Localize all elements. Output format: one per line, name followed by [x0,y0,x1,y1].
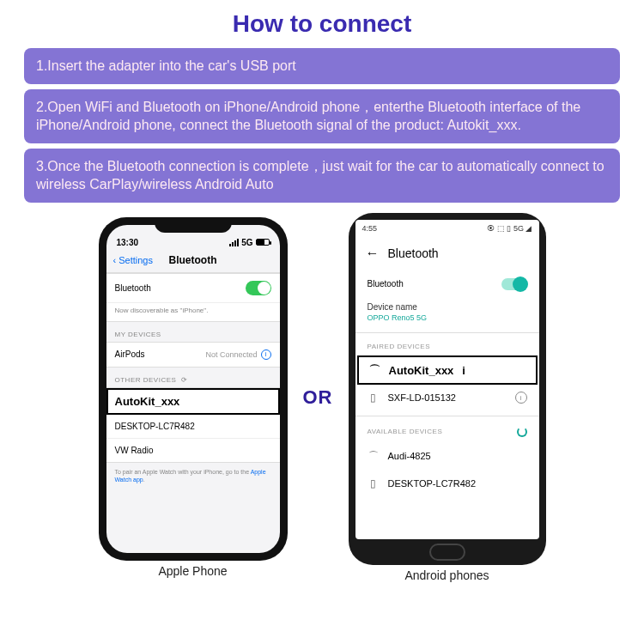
headset-icon: ⌒ [368,449,380,464]
iphone-screen: 13:30 5G ‹ Settings Bluetooth Bluetooth [106,225,280,553]
info-icon[interactable]: i [515,392,527,404]
nav-title: Bluetooth [169,254,217,266]
device-label: SXF-LD-015132 [388,392,457,403]
or-label: OR [303,386,333,409]
page-title: How to connect [24,10,620,38]
android-navbar: ← Bluetooth [355,237,539,270]
desktop-row[interactable]: ▯ DESKTOP-LC7R482 [355,471,539,496]
pair-note: To pair an Apple Watch with your iPhone,… [106,463,280,489]
back-link[interactable]: ‹ Settings [113,255,153,265]
bluetooth-toggle-row[interactable]: Bluetooth [106,274,280,303]
iphone-frame: 13:30 5G ‹ Settings Bluetooth Bluetooth [99,217,288,561]
toggle-on-icon[interactable] [246,281,271,295]
audi-row[interactable]: ⌒ Audi-4825 [355,442,539,471]
info-icon[interactable]: i [462,364,465,377]
bluetooth-toggle-section: Bluetooth Now discoverable as "iPhone". [106,273,280,322]
autokit-row[interactable]: AutoKit_xxx [106,388,280,415]
device-label: DESKTOP-LC7R482 [388,478,477,489]
device-name-value: OPPO Reno5 5G [368,313,527,322]
home-button[interactable] [429,544,465,561]
iphone-column: 13:30 5G ‹ Settings Bluetooth Bluetooth [99,217,288,578]
paired-devices-header: PAIRED DEVICES [355,332,539,355]
android-time: 4:55 [362,224,378,233]
iphone-navbar: ‹ Settings Bluetooth [106,249,280,273]
device-name-row[interactable]: Device name OPPO Reno5 5G [355,299,539,332]
network-label: 5G [241,238,252,247]
nav-title: Bluetooth [388,246,439,260]
iphone-caption: Apple Phone [158,564,227,578]
my-devices-header: MY DEVICES [106,322,280,342]
iphone-notch [155,217,232,233]
not-connected-label: Not Connected [205,350,257,359]
device-label: Audi-4825 [388,451,431,461]
bluetooth-label: Bluetooth [115,283,151,293]
status-icons: ⦿ ⬚ ▯ 5G ◢ [487,224,532,233]
device-label: AirPods [115,349,145,359]
phone-icon: ▯ [368,477,380,489]
device-name-label: Device name [368,302,527,312]
autokit-row[interactable]: ⌒ AutoKit_xxx i [357,355,538,385]
android-column: 4:55 ⦿ ⬚ ▯ 5G ◢ ← Bluetooth Bluetooth De… [349,213,546,582]
phone-icon: ▯ [368,392,380,404]
phones-row: 13:30 5G ‹ Settings Bluetooth Bluetooth [24,213,620,582]
airpods-row[interactable]: AirPods Not Connected i [106,343,280,367]
device-label: AutoKit_xxx [115,395,180,408]
android-screen: 4:55 ⦿ ⬚ ▯ 5G ◢ ← Bluetooth Bluetooth De… [355,220,539,539]
iphone-time: 13:30 [117,238,139,247]
device-label: DESKTOP-LC7R482 [115,422,195,431]
device-label: AutoKit_xxx [389,364,454,377]
bluetooth-toggle-row[interactable]: Bluetooth [355,270,539,299]
spinner-icon [517,427,527,437]
desktop-row[interactable]: DESKTOP-LC7R482 [106,415,280,439]
android-statusbar: 4:55 ⦿ ⬚ ▯ 5G ◢ [355,220,539,237]
discoverable-text: Now discoverable as "iPhone". [106,303,280,321]
step-card-2: 2.Open WiFi and Bluetooth on iPhone/Andr… [24,89,620,143]
headset-icon: ⌒ [369,362,380,378]
signal-icon [229,239,239,246]
back-arrow-icon[interactable]: ← [366,246,380,261]
device-label: VW Radio [115,446,154,455]
step-card-1: 1.Insert the adapter into the car's USB … [24,48,620,84]
battery-icon [256,239,270,246]
vwradio-row[interactable]: VW Radio [106,439,280,462]
info-icon[interactable]: i [261,349,271,360]
available-devices-header: AVAILABLE DEVICES [355,416,539,442]
step-card-3: 3.Once the Bluetooth connection is compl… [24,149,620,203]
android-caption: Android phones [404,568,489,582]
sxf-row[interactable]: ▯ SXF-LD-015132 i [355,385,539,410]
bluetooth-label: Bluetooth [368,279,404,289]
toggle-on-icon[interactable] [501,278,527,290]
other-devices-header: OTHER DEVICES ⟳ [106,368,280,387]
android-frame: 4:55 ⦿ ⬚ ▯ 5G ◢ ← Bluetooth Bluetooth De… [349,213,546,565]
